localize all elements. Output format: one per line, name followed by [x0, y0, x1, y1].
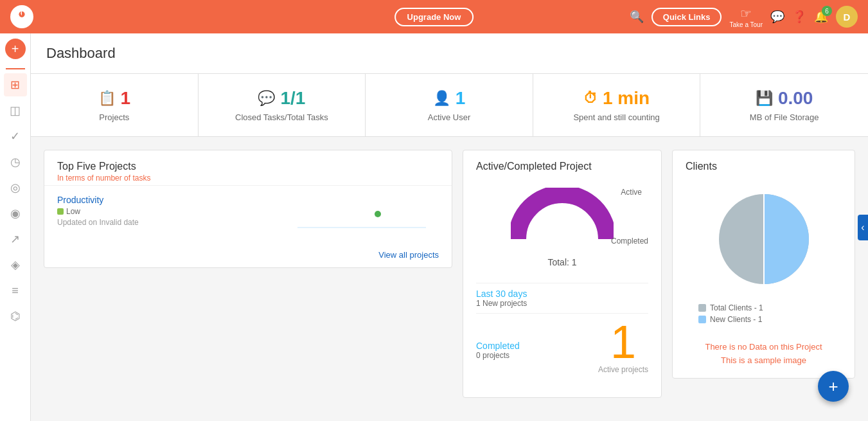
navbar: Upgrade Now 🔍 Quick Links ☞ Take a Tour …	[0, 0, 868, 33]
projects-icon: 📋	[98, 90, 116, 107]
stat-value-storage: 💾 0.00	[713, 88, 855, 109]
pie-chart	[713, 188, 815, 291]
stat-last30: Last 30 days 1 New projects	[476, 283, 648, 313]
stats-row: 📋 1 Projects 💬 1/1 Closed Tasks/Total Ta…	[31, 74, 868, 137]
avatar[interactable]: D	[836, 6, 858, 28]
users-count: 1	[456, 88, 466, 109]
legend-box-new	[698, 316, 706, 323]
stat-card-projects: 📋 1 Projects	[31, 74, 199, 136]
page-title: Dashboard	[46, 45, 853, 62]
sidebar-item-stack[interactable]: ≡	[4, 279, 27, 302]
legend-item-new: New Clients - 1	[686, 314, 842, 325]
stat-value-time: ⏱ 1 min	[546, 88, 687, 109]
project-stats: Last 30 days 1 New projects Completed 0 …	[463, 278, 661, 397]
fab-add-button[interactable]: +	[818, 371, 849, 402]
subtitle-highlight: number	[96, 174, 122, 183]
sidebar-item-targets[interactable]: ◎	[4, 176, 27, 199]
active-completed-header: Active/Completed Project	[463, 150, 661, 175]
top-projects-panel: Top Five Projects In terms of number of …	[44, 150, 452, 268]
clients-panel: Clients Total Clients	[672, 150, 855, 379]
project-priority: Low	[57, 207, 80, 216]
donut-label-completed: Completed	[611, 237, 648, 246]
sidebar-item-layers[interactable]: ◈	[4, 253, 27, 276]
tour-label: Take a Tour	[729, 21, 763, 28]
sidebar-item-tasks[interactable]: ✓	[4, 125, 27, 148]
page-header: Dashboard	[31, 33, 868, 74]
subtitle-end: of tasks	[122, 174, 151, 183]
last30-sub: 1 New projects	[476, 299, 648, 308]
app-layout: + ⊞ ◫ ✓ ◷ ◎ ◉ ↗ ◈ ≡ ⌬ Dashboard 📋 1 Proj…	[0, 33, 868, 421]
stat-card-time: ⏱ 1 min Spent and still counting	[533, 74, 701, 136]
top-projects-header: Top Five Projects In terms of number of …	[44, 150, 452, 185]
no-data-line1: There is no Data on this Project	[686, 341, 842, 354]
tasks-count: 1/1	[280, 88, 305, 109]
legend-item-total: Total Clients - 1	[686, 302, 842, 314]
storage-count: 0.00	[778, 88, 813, 109]
subtitle-plain: In terms of	[57, 174, 96, 183]
sidebar: + ⊞ ◫ ✓ ◷ ◎ ◉ ↗ ◈ ≡ ⌬	[0, 33, 31, 421]
priority-label: Low	[66, 207, 80, 216]
stat-completed: Completed 0 projects 1 Active projects	[476, 313, 648, 387]
notification-badge: 6	[822, 6, 832, 16]
stat-card-tasks: 💬 1/1 Closed Tasks/Total Tasks	[199, 74, 366, 136]
stat-label-storage: MB of File Storage	[713, 112, 855, 122]
sidebar-item-dashboard[interactable]: ⊞	[4, 73, 27, 96]
notifications-button[interactable]: 🔔 6	[814, 10, 828, 24]
active-count: 1	[598, 319, 648, 365]
stat-label-users: Active User	[378, 112, 520, 122]
no-data-line2: This is a sample image	[686, 354, 842, 368]
priority-dot	[57, 208, 64, 215]
legend-label-total: Total Clients - 1	[710, 303, 763, 312]
messages-button[interactable]: 💬	[770, 10, 784, 24]
view-all-link[interactable]: View all projects	[44, 242, 452, 267]
stat-value-tasks: 💬 1/1	[211, 88, 353, 109]
stat-card-storage: 💾 0.00 MB of File Storage	[700, 74, 868, 136]
take-tour-button[interactable]: ☞ Take a Tour	[729, 6, 763, 28]
app-logo[interactable]	[10, 5, 33, 28]
stat-label-projects: Projects	[44, 112, 185, 122]
panels-row: Top Five Projects In terms of number of …	[31, 137, 868, 411]
chart-line	[297, 227, 426, 228]
legend-label-new: New Clients - 1	[710, 315, 762, 324]
sidebar-item-time[interactable]: ◷	[4, 150, 27, 174]
top-projects-subtitle: In terms of number of tasks	[57, 174, 439, 183]
project-name[interactable]: Productivity	[57, 195, 139, 205]
stat-label-time: Spent and still counting	[546, 112, 687, 122]
pie-wrapper	[673, 175, 855, 297]
chart-dot	[375, 211, 381, 217]
active-completed-title: Active/Completed Project	[476, 161, 648, 172]
top-projects-title: Top Five Projects	[57, 161, 439, 172]
time-count: 1 min	[603, 88, 650, 109]
quick-links-button[interactable]: Quick Links	[651, 8, 722, 26]
legend-box-total	[698, 304, 706, 312]
sidebar-item-reports[interactable]: ↗	[4, 228, 27, 251]
last30-label: Last 30 days	[476, 289, 648, 299]
projects-count: 1	[121, 88, 131, 109]
sidebar-divider	[6, 68, 25, 69]
project-row: Productivity Low Updated on Invalid date	[44, 185, 452, 242]
donut-label-active: Active	[621, 188, 642, 197]
completed-label: Completed	[476, 341, 520, 351]
sidebar-add-button[interactable]: +	[5, 39, 26, 59]
clients-header: Clients	[673, 150, 855, 175]
active-completed-panel: Active/Completed Project Active Complete…	[463, 150, 662, 398]
upgrade-button[interactable]: Upgrade Now	[394, 8, 474, 26]
project-date: Updated on Invalid date	[57, 218, 139, 227]
active-projects-label: Active projects	[598, 365, 648, 382]
navbar-center: Upgrade Now	[394, 8, 474, 26]
stat-value-users: 👤 1	[378, 88, 520, 109]
sidebar-item-people[interactable]: ◉	[4, 202, 27, 225]
help-button[interactable]: ❓	[792, 10, 806, 24]
sidebar-item-chart[interactable]: ⌬	[4, 305, 27, 328]
collapse-arrow[interactable]: ‹	[858, 215, 868, 240]
search-icon[interactable]: 🔍	[630, 10, 644, 24]
clients-title: Clients	[686, 161, 842, 172]
stat-value-projects: 📋 1	[44, 88, 185, 109]
donut-total: Total: 1	[463, 252, 661, 278]
tasks-icon: 💬	[258, 90, 275, 107]
legend: Total Clients - 1 New Clients - 1	[673, 297, 855, 330]
storage-icon: 💾	[756, 90, 773, 107]
completed-sub: 0 projects	[476, 351, 520, 360]
time-icon: ⏱	[583, 90, 598, 107]
sidebar-item-projects[interactable]: ◫	[4, 99, 27, 122]
